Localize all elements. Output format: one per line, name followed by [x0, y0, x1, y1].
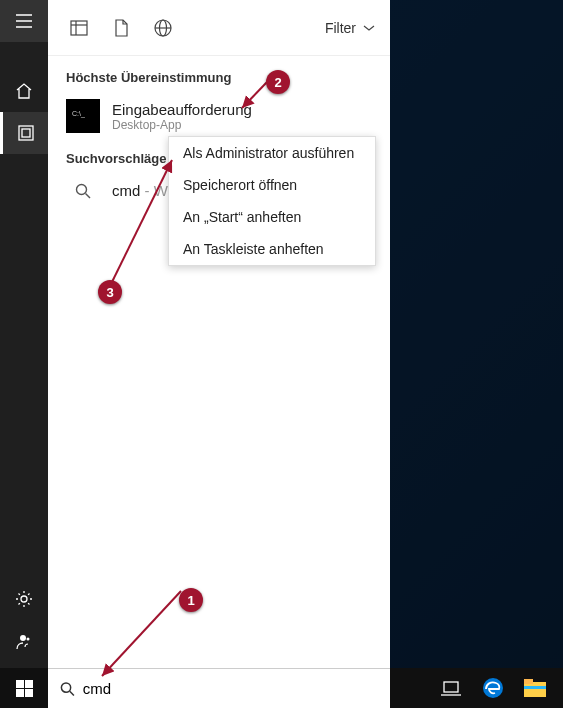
task-view-icon[interactable] — [431, 668, 471, 708]
annotation-badge-2: 2 — [266, 70, 290, 94]
context-menu: Als Administrator ausführen Speicherort … — [168, 136, 376, 266]
svg-rect-24 — [524, 682, 546, 697]
panel-header: Filter — [48, 0, 390, 56]
best-match-text: Eingabeaufforderung Desktop-App — [112, 101, 252, 132]
context-open-location[interactable]: Speicherort öffnen — [169, 169, 375, 201]
file-explorer-icon[interactable] — [515, 668, 555, 708]
windows-logo-icon — [16, 680, 33, 697]
edge-browser-icon[interactable] — [473, 668, 513, 708]
header-tab-all-icon[interactable] — [62, 11, 96, 45]
svg-rect-21 — [444, 682, 458, 692]
search-box[interactable] — [48, 668, 390, 708]
svg-rect-26 — [524, 686, 546, 689]
svg-text:C:\_: C:\_ — [72, 110, 85, 118]
best-match-result[interactable]: C:\_ Eingabeaufforderung Desktop-App — [48, 95, 390, 137]
context-pin-taskbar[interactable]: An Taskleiste anheften — [169, 233, 375, 265]
result-title: Eingabeaufforderung — [112, 101, 252, 118]
filter-label: Filter — [325, 20, 356, 36]
search-results-panel: Filter Höchste Übereinstimmung C:\_ Eing… — [48, 0, 390, 668]
svg-line-20 — [70, 691, 74, 695]
svg-point-2 — [21, 596, 27, 602]
search-input[interactable] — [83, 680, 378, 697]
svg-point-19 — [61, 682, 70, 691]
svg-point-3 — [20, 635, 26, 641]
annotation-badge-3: 3 — [98, 280, 122, 304]
svg-rect-18 — [25, 689, 33, 697]
menu-icon[interactable] — [0, 0, 48, 42]
cmd-app-icon: C:\_ — [66, 99, 100, 133]
svg-point-13 — [77, 184, 87, 194]
apps-icon[interactable] — [0, 112, 48, 154]
start-menu-sidebar — [0, 0, 48, 668]
svg-rect-1 — [22, 129, 30, 137]
header-tab-documents-icon[interactable] — [104, 11, 138, 45]
svg-line-14 — [86, 193, 91, 198]
svg-rect-5 — [71, 21, 87, 35]
settings-gear-icon[interactable] — [0, 578, 48, 620]
header-tab-web-icon[interactable] — [146, 11, 180, 45]
context-run-as-admin[interactable]: Als Administrator ausführen — [169, 137, 375, 169]
taskbar — [0, 668, 563, 708]
search-icon — [66, 183, 100, 199]
svg-rect-15 — [16, 680, 24, 688]
context-pin-start[interactable]: An „Start“ anheften — [169, 201, 375, 233]
search-icon — [60, 681, 75, 697]
start-button[interactable] — [0, 668, 48, 708]
filter-dropdown[interactable]: Filter — [325, 20, 376, 36]
home-icon[interactable] — [0, 70, 48, 112]
svg-rect-16 — [25, 680, 33, 688]
svg-rect-17 — [16, 689, 24, 697]
chevron-down-icon — [362, 23, 376, 33]
result-subtitle: Desktop-App — [112, 118, 252, 132]
svg-rect-25 — [524, 679, 533, 684]
account-icon[interactable] — [0, 620, 48, 662]
annotation-badge-1: 1 — [179, 588, 203, 612]
suggestion-term: cmd — [112, 182, 140, 199]
svg-rect-0 — [19, 126, 33, 140]
desktop-shade — [390, 0, 563, 668]
best-match-label: Höchste Übereinstimmung — [48, 56, 390, 95]
svg-point-4 — [27, 638, 30, 641]
